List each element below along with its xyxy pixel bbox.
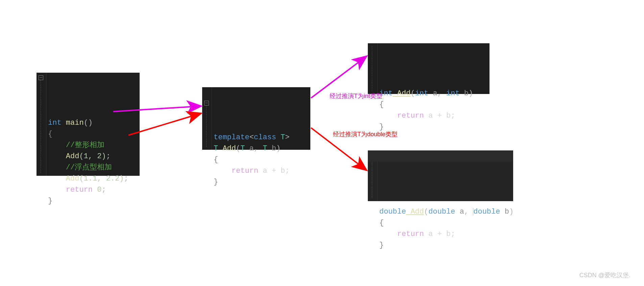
- keyword-int: int: [48, 119, 62, 127]
- code-block-template: template<class T> T Add(T a, T b) { retu…: [202, 87, 310, 150]
- watermark: CSDN @爱吃汉堡.: [579, 271, 630, 279]
- fold-indicator-icon: [204, 101, 209, 105]
- func-main: main: [66, 119, 84, 127]
- code-block-double-spec: double Add(double a, double b) { return …: [368, 150, 513, 201]
- func-add-int: Add: [393, 89, 411, 98]
- comment-float: //浮点型相加: [66, 163, 112, 172]
- func-add-double: Add: [406, 208, 424, 216]
- label-int-deduction: 经过推演T为int类型: [330, 92, 382, 100]
- fold-indicator-icon: [39, 75, 43, 80]
- gutter: [368, 43, 378, 94]
- gutter: [202, 87, 212, 150]
- code-block-int-spec: int Add(int a, int b) { return a + b; }: [368, 43, 490, 94]
- comment-int: //整形相加: [66, 141, 104, 149]
- code-block-main: int main() { //整形相加 Add(1, 2); //浮点型相加 A…: [37, 73, 140, 176]
- label-double-deduction: 经过推演T为double类型: [333, 130, 398, 138]
- gutter: [37, 73, 46, 176]
